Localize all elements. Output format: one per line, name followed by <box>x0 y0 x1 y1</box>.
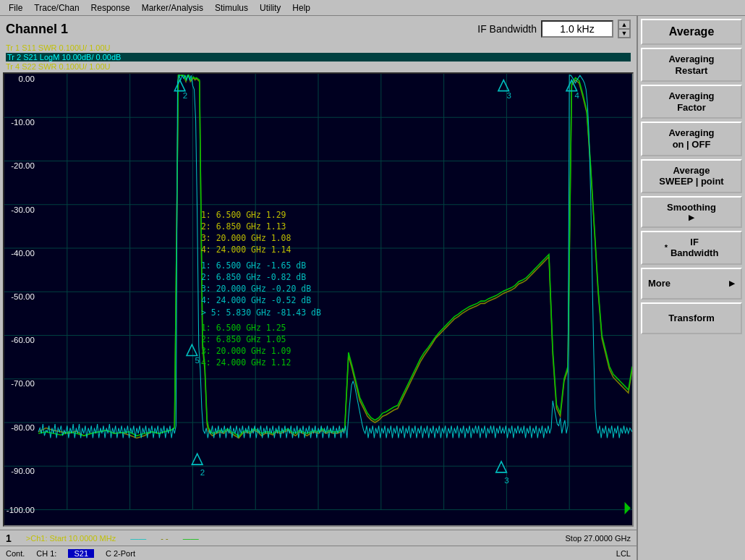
menu-utility[interactable]: Utility <box>254 2 286 14</box>
averaging-factor-button[interactable]: AveragingFactor <box>641 85 742 119</box>
svg-text:-80.00: -80.00 <box>11 423 35 432</box>
svg-text:5: 5 <box>195 355 200 365</box>
more-label: More <box>648 278 670 289</box>
status-mode: Cont. <box>6 549 25 558</box>
transform-label: Transform <box>668 313 715 324</box>
ch-start-info: >Ch1: Start 10.0000 MHz <box>26 534 116 543</box>
if-bandwidth-star: * <box>665 243 668 253</box>
if-bandwidth-area: IF Bandwidth ▲ ▼ <box>477 20 631 38</box>
trace2-label: Tr 2 S21 LogM 10.00dB/ 0.00dB <box>6 53 631 61</box>
trace-legend-2: - - <box>161 534 168 543</box>
svg-text:4:    24.000 GHz  -0.52 dB: 4: 24.000 GHz -0.52 dB <box>201 295 311 305</box>
svg-text:2: 2 <box>200 467 205 477</box>
channel-number: 1 <box>6 533 12 544</box>
trace-legend-3: —— <box>183 534 199 543</box>
trace-legend-1: —— <box>130 534 146 543</box>
svg-text:4:    24.000 GHz     1.12: 4: 24.000 GHz 1.12 <box>201 357 291 368</box>
channel-title: Channel 1 <box>6 22 68 37</box>
svg-text:4: 4 <box>575 90 580 100</box>
status-lcl: LCL <box>616 549 631 558</box>
menu-markeranalysis[interactable]: Marker/Analysis <box>136 2 209 14</box>
bottom-bar: 1 >Ch1: Start 10.0000 MHz —— - - —— Stop… <box>0 530 637 546</box>
svg-text:2:     6.850 GHz     1.13: 2: 6.850 GHz 1.13 <box>201 221 286 232</box>
menu-response[interactable]: Response <box>85 2 136 14</box>
svg-text:3:    20.000 GHz     1.09: 3: 20.000 GHz 1.09 <box>201 346 291 356</box>
smoothing-arrow-icon: ▶ <box>689 213 694 222</box>
svg-text:1:     6.500 GHz     1.25: 1: 6.500 GHz 1.25 <box>201 323 286 333</box>
if-bw-up-button[interactable]: ▲ <box>618 20 630 29</box>
averaging-factor-label: AveragingFactor <box>668 90 714 113</box>
average-sweep-point-label: AverageSWEEP | point <box>659 165 723 187</box>
transform-button[interactable]: Transform <box>641 302 742 334</box>
average-sweep-point-button[interactable]: AverageSWEEP | point <box>641 159 742 193</box>
if-bandwidth-sidebar-label: IFBandwidth <box>670 237 718 259</box>
plot-container: 0.00 -10.00 -20.00 -30.00 -40.00 -50.00 … <box>3 72 634 527</box>
averaging-on-off-button[interactable]: Averagingon | OFF <box>641 122 742 156</box>
svg-text:3:    20.000 GHz  -0.20 dB: 3: 20.000 GHz -0.20 dB <box>201 284 311 294</box>
status-ch: CH 1: <box>36 549 56 558</box>
chart-area: Channel 1 IF Bandwidth ▲ ▼ Tr 1 S11 SWR … <box>0 16 637 560</box>
svg-text:2:     6.850 GHz     1.05: 2: 6.850 GHz 1.05 <box>201 334 286 344</box>
svg-text:-20.00: -20.00 <box>11 161 35 170</box>
menu-stimulus[interactable]: Stimulus <box>209 2 254 14</box>
svg-text:1:     6.500 GHz     1.29: 1: 6.500 GHz 1.29 <box>201 210 286 220</box>
svg-text:2: 2 <box>183 90 187 100</box>
svg-text:-60.00: -60.00 <box>11 335 35 344</box>
if-bandwidth-label: IF Bandwidth <box>477 23 537 35</box>
trace1-label: Tr 1 S11 SWR 0.100U/ 1.00U <box>6 43 631 52</box>
if-bandwidth-spinners: ▲ ▼ <box>618 20 631 38</box>
svg-text:-40.00: -40.00 <box>11 248 35 258</box>
status-cal: C 2-Port <box>106 549 135 558</box>
svg-text:3: 3 <box>506 90 511 100</box>
svg-text:3: 3 <box>504 475 508 485</box>
trace4-label: Tr 4 S22 SWR 0.100U/ 1.00U <box>6 62 631 71</box>
averaging-restart-label: AveragingRestart <box>668 54 714 76</box>
main-area: Channel 1 IF Bandwidth ▲ ▼ Tr 1 S11 SWR … <box>0 16 745 560</box>
if-bw-down-button[interactable]: ▼ <box>618 29 630 38</box>
svg-text:1:     6.500 GHz  -1.65 dB: 1: 6.500 GHz -1.65 dB <box>201 260 306 271</box>
svg-text:> 5:     5.830 GHz -81.43 dB: > 5: 5.830 GHz -81.43 dB <box>201 307 321 317</box>
channel-header: Channel 1 IF Bandwidth ▲ ▼ <box>0 16 637 42</box>
svg-text:4:    24.000 GHz     1.14: 4: 24.000 GHz 1.14 <box>201 245 291 255</box>
smoothing-label: Smoothing <box>667 202 716 213</box>
averaging-on-off-label: Averagingon | OFF <box>668 127 714 150</box>
menu-file[interactable]: File <box>3 2 28 14</box>
average-top-button[interactable]: Average <box>641 19 742 45</box>
svg-text:-90.00: -90.00 <box>11 466 35 475</box>
status-trace: S21 <box>68 549 94 558</box>
svg-text:-50.00: -50.00 <box>11 292 35 301</box>
svg-text:-70.00: -70.00 <box>11 378 35 388</box>
svg-text:0.00: 0.00 <box>18 74 35 83</box>
svg-text:3:    20.000 GHz     1.08: 3: 20.000 GHz 1.08 <box>201 233 291 243</box>
averaging-restart-button[interactable]: AveragingRestart <box>641 48 742 82</box>
smoothing-button[interactable]: Smoothing ▶ <box>641 196 742 228</box>
if-bandwidth-input[interactable] <box>541 20 613 38</box>
trace-labels: Tr 1 S11 SWR 0.100U/ 1.00U Tr 2 S21 LogM… <box>0 42 637 72</box>
if-bandwidth-button[interactable]: * IFBandwidth <box>641 231 742 265</box>
svg-text:2:     6.850 GHz  -0.82 dB: 2: 6.850 GHz -0.82 dB <box>201 272 306 282</box>
menubar: File Trace/Chan Response Marker/Analysis… <box>0 0 745 16</box>
more-arrow-icon: ▶ <box>729 279 735 288</box>
menu-help[interactable]: Help <box>286 2 316 14</box>
svg-text:-10.00: -10.00 <box>11 117 35 127</box>
svg-text:-100.00: -100.00 <box>7 505 35 514</box>
status-bar: Cont. CH 1: S21 C 2-Port LCL <box>0 546 637 560</box>
menu-tracechan[interactable]: Trace/Chan <box>28 2 85 14</box>
chart-svg: 0.00 -10.00 -20.00 -30.00 -40.00 -50.00 … <box>4 74 632 525</box>
more-button[interactable]: More ▶ <box>641 268 742 300</box>
stop-info: Stop 27.0000 GHz <box>565 534 631 543</box>
svg-text:-30.00: -30.00 <box>11 204 35 213</box>
sidebar: Average AveragingRestart AveragingFactor… <box>637 16 745 560</box>
